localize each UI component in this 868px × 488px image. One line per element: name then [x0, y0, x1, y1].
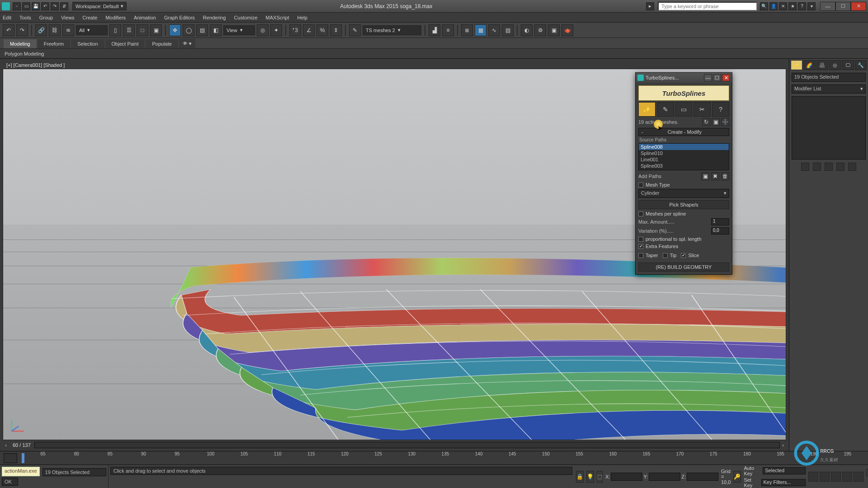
open-icon[interactable]: ▭: [22, 2, 30, 10]
prev-frame-icon[interactable]: [820, 472, 830, 482]
mirror-button[interactable]: ▟: [429, 24, 440, 36]
menu-grapheditors[interactable]: Graph Editors: [164, 15, 195, 20]
menu-edit[interactable]: Edit: [3, 15, 11, 20]
named-sets-dropdown[interactable]: TS meshes 2▾: [363, 25, 421, 35]
selection-filter-dropdown[interactable]: All▾: [76, 25, 108, 35]
pick-shapes-button[interactable]: Pick Shape/s: [638, 200, 729, 209]
render-button[interactable]: 🫖: [561, 24, 573, 36]
slider-right-icon[interactable]: ›: [780, 442, 786, 448]
goto-end-icon[interactable]: [854, 472, 863, 482]
named-selection-button[interactable]: ✎: [349, 24, 361, 36]
material-editor-button[interactable]: ◐: [521, 24, 533, 36]
menu-animation[interactable]: Animation: [134, 15, 156, 20]
help-search-input[interactable]: [658, 2, 757, 11]
exchange-icon[interactable]: ✕: [779, 2, 787, 10]
menu-views[interactable]: Views: [61, 15, 74, 20]
ts-refresh-icon[interactable]: ↻: [702, 118, 710, 126]
angle-snap-button[interactable]: ∠: [303, 24, 315, 36]
z-input[interactable]: [687, 473, 718, 481]
ts-select-icon[interactable]: ▣: [712, 118, 720, 126]
ts-wand-icon[interactable]: ✨: [638, 102, 656, 117]
meshes-per-spline-check[interactable]: Meshes per spline: [638, 211, 729, 216]
tab-selection[interactable]: Selection: [71, 39, 104, 48]
redo-button[interactable]: ↷: [16, 24, 28, 36]
menu-rendering[interactable]: Rendering: [203, 15, 226, 20]
modifier-stack[interactable]: [792, 96, 866, 160]
configure-sets-icon[interactable]: [848, 163, 856, 171]
display-tab-icon[interactable]: 🖵: [842, 60, 854, 70]
x-input[interactable]: [611, 473, 642, 481]
rect-select-button[interactable]: □: [137, 24, 148, 36]
curve-editor-button[interactable]: ∿: [488, 24, 500, 36]
remove-modifier-icon[interactable]: [836, 163, 844, 171]
proportional-check[interactable]: proportional to spl. length: [638, 236, 729, 242]
menu-group[interactable]: Group: [39, 15, 53, 20]
save-icon[interactable]: 💾: [32, 2, 40, 10]
ts-add-icon[interactable]: ➕: [721, 118, 729, 126]
slider-track[interactable]: [34, 442, 780, 448]
manipulate-button[interactable]: ✦: [270, 24, 282, 36]
new-icon[interactable]: ▫: [13, 2, 21, 10]
rotate-button[interactable]: ◯: [183, 24, 194, 36]
pivot-button[interactable]: ◎: [257, 24, 269, 36]
menu-customize[interactable]: Customize: [234, 15, 258, 20]
link-icon[interactable]: ⇵: [60, 2, 68, 10]
ts-folder-icon[interactable]: ▭: [675, 102, 693, 117]
tab-freeform[interactable]: Freeform: [38, 39, 71, 48]
refcoord-dropdown[interactable]: View▾: [223, 25, 255, 35]
infocenter-toggle-icon[interactable]: ▸: [646, 2, 654, 10]
unlink-button[interactable]: ⛓: [49, 24, 61, 36]
select-by-name-button[interactable]: ☰: [123, 24, 135, 36]
schematic-view-button[interactable]: ▤: [502, 24, 514, 36]
undo-button[interactable]: ↶: [3, 24, 14, 36]
mesh-type-dropdown[interactable]: Cylinder▾: [638, 189, 729, 198]
time-slider[interactable]: ‹ 60 / 137 ›: [3, 441, 786, 449]
dialog-titlebar[interactable]: TurboSplines... — ☐ ✕: [636, 73, 732, 83]
move-button[interactable]: ✥: [169, 24, 181, 36]
close-button[interactable]: ✕: [851, 2, 866, 11]
timeline-config-icon[interactable]: [4, 453, 17, 463]
show-end-result-icon[interactable]: [813, 163, 821, 171]
keyfilters-button[interactable]: Key Filters...: [761, 479, 806, 486]
ribbon-eye-icon[interactable]: 👁 ▾: [179, 39, 195, 48]
render-setup-button[interactable]: ⚙: [534, 24, 546, 36]
search-icon[interactable]: 🔍: [760, 2, 768, 10]
extra-features-check[interactable]: ✔Extra Features: [638, 244, 729, 249]
tab-populate[interactable]: Populate: [146, 39, 178, 48]
menu-modifiers[interactable]: Modifiers: [105, 15, 126, 20]
rebuild-geometry-button[interactable]: (RE) BUILD GEOMETRY: [638, 263, 729, 272]
turbosplines-dialog[interactable]: TurboSplines... — ☐ ✕ TurboSplines ✨ ✎ ▭…: [635, 72, 732, 275]
goto-start-icon[interactable]: [808, 472, 818, 482]
maximize-button[interactable]: ☐: [835, 2, 851, 11]
modifier-list-dropdown[interactable]: Modifier List▾: [792, 84, 866, 94]
undo-icon[interactable]: ↶: [41, 2, 49, 10]
tip-check[interactable]: Tip: [663, 253, 677, 258]
menu-tools[interactable]: Tools: [19, 15, 31, 20]
placement-button[interactable]: ◧: [210, 24, 222, 36]
slider-left-icon[interactable]: ‹: [3, 442, 9, 448]
make-unique-icon[interactable]: [825, 163, 833, 171]
dropdown-icon[interactable]: ▾: [807, 2, 816, 10]
bind-space-warp-button[interactable]: ≋: [62, 24, 74, 36]
spinner-snap-button[interactable]: ⇕: [330, 24, 342, 36]
autokey-button[interactable]: Auto Key: [744, 465, 761, 476]
list-item[interactable]: Spline003: [639, 163, 729, 169]
taper-check[interactable]: Taper: [638, 253, 658, 258]
addpaths-pick-icon[interactable]: ▣: [701, 172, 709, 180]
timeline-key-marker[interactable]: [22, 453, 24, 463]
ts-tools-icon[interactable]: ✂: [693, 102, 711, 117]
pin-stack-icon[interactable]: [801, 163, 809, 171]
ts-help-icon[interactable]: ?: [712, 102, 729, 117]
dialog-maximize-icon[interactable]: ☐: [713, 74, 721, 81]
scale-button[interactable]: ▤: [196, 24, 208, 36]
help-icon[interactable]: ?: [798, 2, 806, 10]
setkey-button[interactable]: Set Key: [744, 477, 759, 488]
timeline-ruler[interactable]: 6580859095100105110115120125130135140145…: [0, 451, 868, 465]
max-amount-input[interactable]: 1: [711, 218, 729, 225]
list-item[interactable]: Line001: [639, 156, 729, 163]
lock-icon[interactable]: 🔒: [576, 471, 584, 483]
list-item[interactable]: Spline010: [639, 150, 729, 156]
play-icon[interactable]: [831, 472, 841, 482]
favorite-icon[interactable]: ★: [788, 2, 797, 10]
rollout-create-modify[interactable]: -Create - Modify: [638, 128, 729, 136]
